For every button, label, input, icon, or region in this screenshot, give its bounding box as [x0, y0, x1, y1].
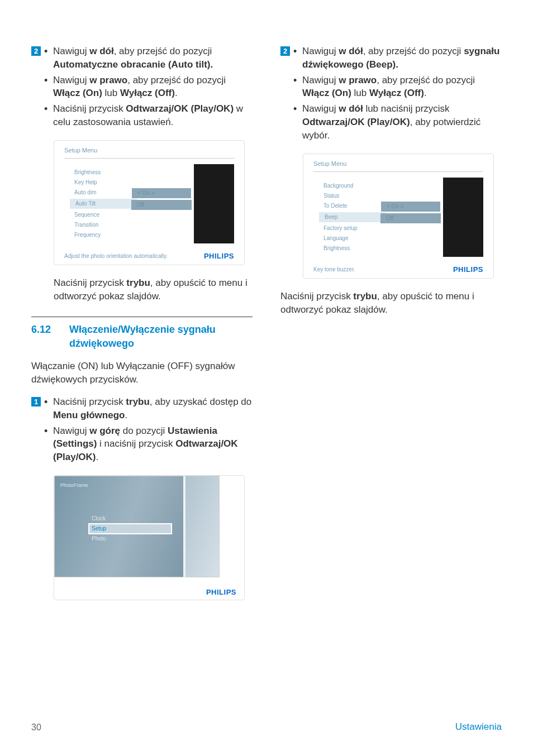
- philips-logo: PHILIPS: [453, 265, 483, 275]
- page-number: 30: [31, 721, 41, 734]
- figure-title: Setup Menu: [313, 160, 483, 172]
- setup-menu-list: BackgroundStatusTo DeleteBeepFactory set…: [313, 178, 380, 257]
- menu-item: Brightness: [313, 243, 380, 253]
- right-column: 2 Nawiguj w dół, aby przejść do pozycji …: [280, 45, 502, 722]
- figure-help-text: Adjust the photo orientation automatical…: [64, 252, 168, 260]
- main-menu-item: Clock: [88, 514, 172, 523]
- step-marker-1: 1: [31, 397, 41, 406]
- photoframe-label: PhotoFrame: [60, 482, 88, 489]
- left-column: 2 Nawiguj w dół, aby przejść do pozycji …: [31, 45, 253, 722]
- left-step2: 2 Nawiguj w dół, aby przejść do pozycji …: [31, 45, 253, 131]
- option-panel: < On >Off: [131, 188, 192, 243]
- menu-item: Factory setup: [313, 223, 380, 233]
- instruction-item: Naciśnij przycisk Odtwarzaj/OK (Play/OK)…: [44, 102, 253, 129]
- menu-item: Beep: [318, 211, 387, 223]
- side-panel: [183, 476, 220, 577]
- preview-box: [443, 178, 483, 257]
- section-title: Włączenie/Wyłączenie sygnału dźwiękowego: [69, 323, 253, 351]
- instruction-item: Nawiguj w prawo, aby przejść do pozycji …: [44, 74, 253, 101]
- section-divider: [31, 317, 253, 317]
- after-text-left: Naciśnij przycisk trybu, aby opuścić to …: [54, 276, 253, 303]
- instruction-item: Nawiguj w dół, aby przejść do pozycji Au…: [44, 45, 253, 71]
- menu-item: Auto Tilt: [69, 198, 138, 210]
- philips-logo: PHILIPS: [206, 587, 236, 597]
- option-item: < On >: [131, 188, 192, 199]
- main-menu-list: ClockSetupPhoto: [88, 514, 172, 543]
- menu-item: Sequence: [64, 210, 131, 220]
- option-item: Off: [131, 200, 192, 210]
- menu-item: Status: [313, 191, 380, 201]
- step-marker-2: 2: [280, 46, 290, 56]
- photoframe-panel: PhotoFrame ClockSetupPhoto: [54, 476, 183, 577]
- section-number: 6.12: [31, 323, 58, 351]
- menu-item: Frequency: [64, 230, 131, 240]
- figure-photoframe-menu: PhotoFrame ClockSetupPhoto PHILIPS: [54, 475, 245, 600]
- main-menu-item: Setup: [88, 523, 172, 534]
- menu-item: Auto dim: [64, 188, 131, 198]
- figure-help-text: Key tone buzzer.: [313, 266, 355, 274]
- figure-setup-autotilt: Setup Menu BrightnessKey HelpAuto dimAut…: [54, 140, 245, 266]
- menu-item: Language: [313, 233, 380, 243]
- menu-item: Transition: [64, 220, 131, 230]
- menu-item: Brightness: [64, 168, 131, 178]
- philips-logo: PHILIPS: [204, 251, 234, 261]
- preview-box: [194, 164, 234, 243]
- menu-item: To Delete: [313, 201, 380, 211]
- option-item: < On >: [380, 201, 441, 212]
- instruction-item: Nawiguj w dół, aby przejść do pozycji sy…: [293, 45, 502, 71]
- menu-item: Key Help: [64, 178, 131, 188]
- instruction-item: Nawiguj w prawo, aby przejść do pozycji …: [293, 74, 502, 101]
- left-step1: 1 Naciśnij przycisk trybu, aby uzyskać d…: [31, 395, 253, 466]
- section-intro: Włączanie (ON) lub Wyłączanie (OFF) sygn…: [31, 360, 253, 386]
- option-panel: < On >Off: [380, 201, 441, 257]
- setup-menu-list: BrightnessKey HelpAuto dimAuto TiltSeque…: [64, 164, 131, 243]
- instruction-item: Naciśnij przycisk trybu, aby uzyskać dos…: [44, 395, 253, 422]
- section-heading: 6.12 Włączenie/Wyłączenie sygnału dźwięk…: [31, 323, 253, 351]
- step-marker-2: 2: [31, 46, 41, 56]
- option-item: Off: [380, 213, 441, 223]
- instruction-item: Nawiguj w dół lub naciśnij przycisk Odtw…: [293, 102, 502, 142]
- right-step2: 2 Nawiguj w dół, aby przejść do pozycji …: [280, 45, 502, 145]
- figure-title: Setup Menu: [64, 146, 234, 159]
- main-menu-item: Photo: [88, 534, 172, 543]
- page-footer: 30 Ustawienia: [31, 720, 502, 734]
- footer-section-label: Ustawienia: [455, 720, 502, 734]
- instruction-item: Nawiguj w górę do pozycji Ustawienia (Se…: [44, 424, 253, 464]
- menu-item: Background: [313, 181, 380, 191]
- after-text-right: Naciśnij przycisk trybu, aby opuścić to …: [280, 290, 487, 317]
- figure-setup-beep: Setup Menu BackgroundStatusTo DeleteBeep…: [303, 154, 494, 279]
